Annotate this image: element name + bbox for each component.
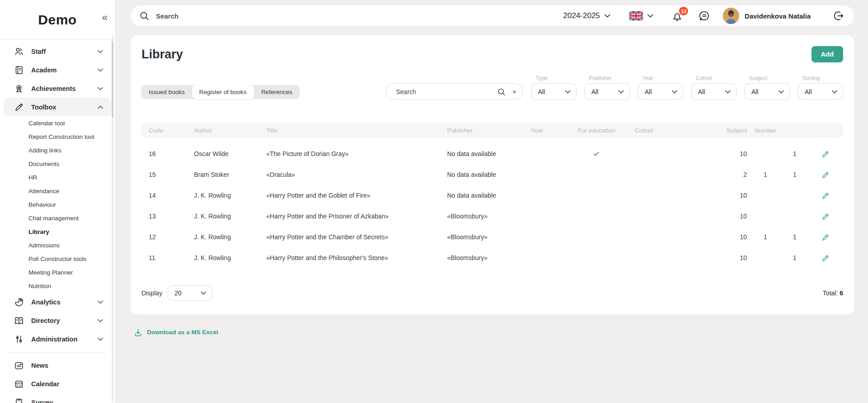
sidebar-scrollbar-thumb[interactable] bbox=[112, 41, 113, 118]
edit-button[interactable] bbox=[820, 169, 832, 181]
cell-for-education bbox=[566, 150, 627, 158]
sidebar-subitem-adding-links[interactable]: Adding links bbox=[0, 143, 115, 157]
edit-button[interactable] bbox=[820, 148, 832, 160]
sidebar-item-label: Academ bbox=[31, 66, 91, 74]
cell-code: 15 bbox=[142, 171, 187, 178]
chevron-down-icon bbox=[98, 337, 103, 341]
sidebar-subitem-chat-management[interactable]: Chat management bbox=[0, 211, 115, 225]
cell-subject: 10 bbox=[677, 254, 750, 261]
filter-sorting-select[interactable]: All bbox=[798, 83, 843, 100]
sidebar-item-news[interactable]: News bbox=[4, 356, 111, 375]
global-search-placeholder: Search bbox=[156, 12, 179, 20]
sidebar-item-survey[interactable]: Survey bbox=[4, 393, 111, 403]
tab-references[interactable]: References bbox=[254, 85, 300, 99]
filter-publisher-select[interactable]: All bbox=[585, 83, 630, 100]
calendar-icon bbox=[14, 379, 24, 389]
column-header-for-education: For education bbox=[566, 127, 627, 134]
notifications-button[interactable]: 13 bbox=[671, 10, 683, 22]
tools-icon bbox=[14, 102, 24, 112]
sidebar-subitem-library[interactable]: Library bbox=[0, 225, 115, 238]
academic-year-value: 2024-2025 bbox=[563, 11, 600, 20]
download-excel-link[interactable]: Download as a MS Excel bbox=[134, 328, 218, 337]
column-header-title: Title bbox=[259, 127, 440, 134]
sidebar-item-label: Administration bbox=[31, 336, 91, 343]
sidebar-item-directory[interactable]: Directory bbox=[4, 311, 111, 330]
filter-type-select[interactable]: All bbox=[531, 83, 576, 100]
user-menu[interactable]: Davidenkova Natalia bbox=[723, 8, 811, 24]
cell-title: «The Picture of Dorian Gray» bbox=[259, 150, 440, 157]
cell-author: Oscar Wilde bbox=[187, 150, 259, 157]
sidebar-subitem-attendance[interactable]: Attendance bbox=[0, 184, 115, 198]
sidebar-subitem-nutrition[interactable]: Nutrition bbox=[0, 279, 115, 293]
sidebar-subitem-poll-constructor-tools[interactable]: Poll Constructor tools bbox=[0, 252, 115, 266]
sidebar-subitem-meeting-planner[interactable]: Meeting Planner bbox=[0, 266, 115, 279]
chevron-down-icon bbox=[647, 14, 653, 18]
sidebar-divider bbox=[7, 352, 108, 352]
table-row: 11J. K. Rowling«Harry Potter and the Phi… bbox=[142, 247, 843, 268]
edit-button[interactable] bbox=[820, 231, 832, 243]
sidebar-item-staff[interactable]: Staff bbox=[4, 42, 111, 61]
search-input[interactable] bbox=[396, 88, 491, 95]
add-button[interactable]: Add bbox=[811, 46, 843, 62]
edit-button[interactable] bbox=[820, 252, 832, 264]
sidebar-item-toolbox[interactable]: Toolbox bbox=[4, 98, 111, 116]
search-icon[interactable] bbox=[497, 87, 506, 96]
sidebar-subitem-documents[interactable]: Documents bbox=[0, 157, 115, 171]
notification-badge: 13 bbox=[679, 7, 688, 15]
cell-code: 16 bbox=[142, 150, 187, 157]
filter-value: All bbox=[538, 88, 545, 95]
open-book-icon bbox=[14, 316, 24, 326]
language-select[interactable] bbox=[629, 11, 653, 20]
sidebar-item-academ[interactable]: Academ bbox=[4, 61, 111, 79]
cell-author: J. K. Rowling bbox=[187, 213, 259, 220]
messages-button[interactable] bbox=[698, 10, 710, 22]
filter-cohort: CohortAll bbox=[691, 75, 736, 100]
display-label: Display bbox=[142, 289, 162, 297]
sidebar-subitem-calendar-tool[interactable]: Calendar tool bbox=[0, 116, 115, 130]
cell-code: 14 bbox=[142, 192, 187, 199]
chevron-down-icon bbox=[672, 90, 677, 94]
logout-button[interactable] bbox=[832, 10, 844, 22]
sidebar-subitem-report-construction-tool[interactable]: Report Construction tool bbox=[0, 130, 115, 143]
main-area: Search 2024-2025 13 bbox=[115, 0, 868, 403]
sidebar-item-label: Achievements bbox=[31, 85, 91, 92]
table-header-row: CodeAuthorTitlePublisherYearFor educatio… bbox=[142, 123, 843, 138]
cell-author: J. K. Rowling bbox=[187, 254, 259, 261]
filter-cohort-select[interactable]: All bbox=[691, 83, 736, 100]
chevron-down-icon bbox=[565, 90, 571, 94]
table-row: 16Oscar Wilde«The Picture of Dorian Gray… bbox=[142, 143, 843, 164]
total-count: Total: 6 bbox=[823, 289, 843, 297]
cell-publisher: «Bloomsbury» bbox=[440, 233, 524, 241]
tab-issued-books[interactable]: Issued books bbox=[142, 85, 192, 99]
edit-button[interactable] bbox=[820, 210, 832, 223]
survey-icon bbox=[14, 398, 24, 403]
edit-button[interactable] bbox=[820, 190, 832, 202]
sidebar-subitem-hr[interactable]: HR bbox=[0, 171, 115, 184]
avatar bbox=[723, 8, 739, 24]
sidebar-item-achievements[interactable]: Achievements bbox=[4, 79, 111, 98]
sidebar-subitem-behaviour[interactable]: Behaviour bbox=[0, 198, 115, 211]
academic-year-select[interactable]: 2024-2025 bbox=[563, 11, 610, 20]
chevron-down-icon bbox=[98, 300, 103, 304]
sidebar-item-analytics[interactable]: Analytics bbox=[4, 293, 111, 311]
sidebar-menu: StaffAcademAchievementsToolboxCalendar t… bbox=[0, 40, 115, 403]
books-table: CodeAuthorTitlePublisherYearFor educatio… bbox=[142, 123, 843, 268]
page-size-select[interactable]: 20 bbox=[168, 285, 212, 301]
book-icon bbox=[14, 65, 24, 75]
filter-subject-select[interactable]: All bbox=[745, 83, 790, 100]
sidebar-item-calendar[interactable]: Calendar bbox=[4, 375, 111, 393]
cell-number-2: 1 bbox=[781, 150, 808, 157]
filter-value: All bbox=[751, 88, 759, 95]
filter-year-select[interactable]: All bbox=[638, 83, 683, 100]
sidebar-item-administration[interactable]: Administration bbox=[4, 330, 111, 348]
column-header-subject: Subject bbox=[677, 127, 750, 134]
cell-number-2: 1 bbox=[781, 254, 808, 261]
clear-search-icon[interactable]: × bbox=[512, 88, 516, 95]
table-row: 12J. K. Rowling«Harry Potter and the Cha… bbox=[142, 227, 843, 247]
tab-register-of-books[interactable]: Register of books bbox=[192, 85, 254, 99]
global-search-input[interactable]: Search bbox=[139, 10, 179, 21]
filter-value: All bbox=[591, 88, 599, 95]
filter-label: Type bbox=[536, 75, 576, 81]
sidebar-subitem-admissions[interactable]: Admissions bbox=[0, 238, 115, 252]
collapse-sidebar-icon[interactable]: « bbox=[102, 13, 108, 23]
